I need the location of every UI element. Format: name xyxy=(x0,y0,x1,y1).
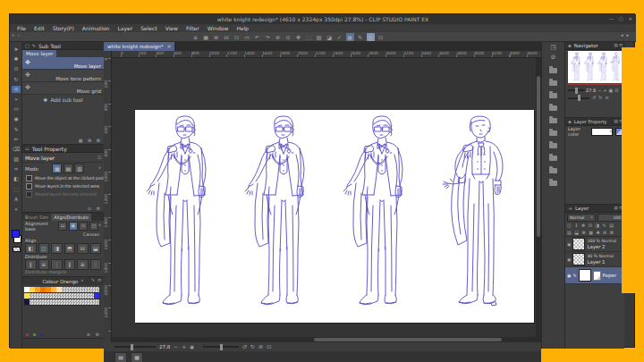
layer-command-icon[interactable]: ⬓ xyxy=(574,231,579,235)
checkbox-move-object[interactable] xyxy=(26,175,32,181)
mode-button[interactable]: ▦ xyxy=(52,164,62,173)
align-button[interactable]: ◫ xyxy=(38,243,50,254)
color-swatch[interactable] xyxy=(94,293,100,299)
tool-icon[interactable]: ◧ xyxy=(12,175,21,182)
history-color-dot[interactable] xyxy=(33,333,36,336)
align-button[interactable]: ◧ xyxy=(25,243,37,254)
distribute-button[interactable]: ∥ xyxy=(25,259,37,270)
tool-icon[interactable]: ✏ xyxy=(12,136,21,143)
color-set-title[interactable]: Colour Orange xyxy=(42,279,78,284)
command-icon[interactable]: ✥ xyxy=(294,33,302,41)
tool-property-footer-icons[interactable]: ⊙ ⚙ xyxy=(88,206,102,211)
collapse-left2-icon[interactable]: ‹ xyxy=(18,33,20,38)
tool-icon[interactable]: ⌫ xyxy=(12,146,21,153)
dock-tab-icon[interactable]: ▢ xyxy=(25,44,30,48)
maximize-button[interactable]: ▢ xyxy=(619,17,623,21)
history-color-dot[interactable] xyxy=(26,333,29,336)
layer-tool-icon[interactable]: ⊡ xyxy=(589,223,592,228)
tool-icon[interactable]: ▭ xyxy=(12,105,21,113)
menu-item[interactable]: Layer xyxy=(117,25,132,31)
rotate-right-icon[interactable]: ↻ xyxy=(250,344,255,349)
menu-item[interactable]: Help xyxy=(236,25,249,31)
nav-fit-icon[interactable]: ▣ xyxy=(609,88,614,93)
align-button[interactable]: ⊟ xyxy=(77,243,89,254)
layer-tool-icon[interactable]: ▤ xyxy=(609,223,614,228)
menu-item[interactable]: Animation xyxy=(82,25,110,31)
zoom-slider[interactable] xyxy=(114,346,156,348)
title-bar[interactable]: white knight redesign* (4610 x 2324px 35… xyxy=(10,14,636,24)
menu-item[interactable]: Window xyxy=(208,25,229,31)
layer-panel-tab-icon[interactable]: ≔ xyxy=(568,206,572,211)
collapse-left-icon[interactable]: « xyxy=(12,33,14,38)
material-folder-icon[interactable] xyxy=(549,181,557,186)
layer-thumbnail[interactable] xyxy=(572,253,585,265)
tool-icon[interactable]: ⬚ xyxy=(12,186,21,193)
navigator-thumbnail[interactable] xyxy=(568,51,623,83)
align-button[interactable]: ⬒ xyxy=(64,243,76,254)
command-icon[interactable]: ▧ xyxy=(315,33,323,41)
command-icon[interactable]: ⊙ xyxy=(284,33,292,41)
alignment-base-button[interactable]: ▣ xyxy=(69,222,78,231)
command-icon[interactable]: ✓ xyxy=(335,33,343,41)
tool-icon[interactable]: ⊙ xyxy=(12,65,21,72)
spread-page-button[interactable]: ▦ xyxy=(131,352,143,362)
tool-icon[interactable]: ◉ xyxy=(12,115,21,122)
lock-icon[interactable]: ⚿ xyxy=(97,156,101,160)
tool-property-tab-icon[interactable]: ▭ xyxy=(25,147,30,151)
material-folder-icon[interactable] xyxy=(549,118,557,123)
mode-button[interactable]: ▤ xyxy=(64,164,73,173)
command-icon[interactable]: ⬚ xyxy=(305,33,313,41)
distribute-button[interactable]: ≡ xyxy=(38,259,50,270)
layer-tool-icon[interactable]: ↕ xyxy=(574,223,578,228)
transparent-color-swatch[interactable] xyxy=(13,247,21,252)
distribute-button[interactable]: ∥ xyxy=(64,259,76,270)
color-swatch[interactable] xyxy=(94,299,100,306)
material-folder-icon[interactable] xyxy=(549,130,557,136)
dock-arrow-left-icon[interactable]: ◂ xyxy=(621,33,623,38)
tool-icon[interactable]: ✎ xyxy=(12,126,21,133)
no-entry-icon[interactable]: ⊘ xyxy=(551,55,556,61)
nav-rotate-right-icon[interactable]: ↻ xyxy=(598,96,602,100)
mode-dropdown-icon[interactable]: ∨ xyxy=(98,166,101,171)
minimize-button[interactable]: — xyxy=(609,17,614,21)
sub-tool-item[interactable]: ✥ Move grid xyxy=(22,82,104,95)
command-icon[interactable]: ▦ xyxy=(346,33,354,41)
tab-align-distribute[interactable]: Align/Distribute xyxy=(51,214,91,221)
single-page-button[interactable]: ▤ xyxy=(114,352,127,362)
canvas-page[interactable] xyxy=(135,110,534,323)
layer-row-selected[interactable]: ◉ ✎ Paper xyxy=(565,267,625,284)
tool-icon[interactable]: A xyxy=(12,196,21,203)
vertical-scrollbar-thumb[interactable] xyxy=(537,76,540,237)
navigator-tab-icon[interactable]: ◈ xyxy=(568,44,572,48)
layer-command-icon[interactable]: ⊟ xyxy=(603,231,606,235)
align-button[interactable]: ◨ xyxy=(51,243,63,254)
sub-tool-item[interactable]: ✥ Move layer xyxy=(22,57,104,70)
blend-mode-select[interactable]: Normal ∨ xyxy=(567,214,596,222)
fit-screen-icon[interactable]: ▣ xyxy=(190,345,194,349)
navigator-zoom-slider[interactable] xyxy=(568,89,584,91)
layer-tool-icon[interactable]: ✥ xyxy=(581,223,585,228)
layer-row[interactable]: ◉ 100 % Normal Layer 2 xyxy=(565,237,625,252)
alignment-base-button[interactable]: ▭ xyxy=(58,222,67,231)
tool-icon[interactable]: ⌖ xyxy=(12,206,21,213)
menu-item[interactable]: Filter xyxy=(186,25,199,31)
reset-rotation-icon[interactable]: ⊘ xyxy=(258,344,263,349)
dock-arrow-right-icon[interactable]: ▸ xyxy=(626,33,629,38)
close-button[interactable]: ✕ xyxy=(629,17,632,21)
tool-icon[interactable]: ≈ xyxy=(12,165,21,173)
align-button[interactable]: ⬓ xyxy=(90,243,102,254)
nav-reset-icon[interactable]: ⊘ xyxy=(605,96,608,100)
visibility-eye-icon[interactable]: ◉ xyxy=(567,257,571,262)
navigator-rotate-slider[interactable] xyxy=(568,97,589,99)
sub-tool-footer-icons[interactable]: ▦ ⊞ ⊠ xyxy=(79,139,102,143)
opacity-slider[interactable]: 100 xyxy=(597,214,623,222)
layer-command-icon[interactable]: ▦ xyxy=(589,231,593,235)
menu-item[interactable]: File xyxy=(17,25,26,31)
tool-icon[interactable]: ➤ xyxy=(12,46,21,53)
material-folder-icon[interactable] xyxy=(549,156,557,161)
color-swatch[interactable] xyxy=(94,287,100,293)
alignment-base-button[interactable]: ◻ xyxy=(89,222,98,231)
color-set-dropdown-icon[interactable]: ∨ xyxy=(80,279,83,283)
layer-thumbnail[interactable] xyxy=(572,238,585,250)
command-icon[interactable]: ✎ xyxy=(356,33,364,41)
